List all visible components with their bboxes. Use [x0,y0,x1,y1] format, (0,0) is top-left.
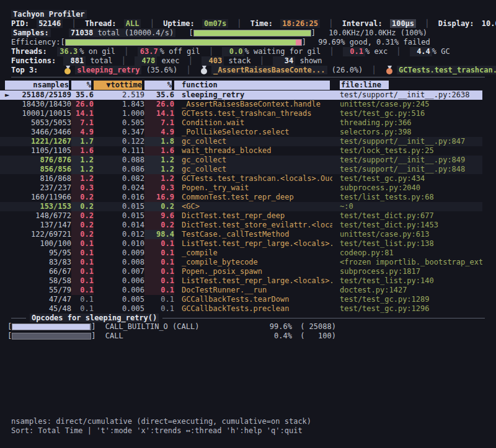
cell-percent-cumulative: 0.1 [144,258,174,267]
table-row[interactable]: 876/876 1.2 0.088 1.2 gc_collect test/su… [0,156,482,165]
opcode-row: [] CALL_BUILTIN_O (CALL) 99.6% ( 25088) [0,322,496,332]
off-gil-suffix: % off gil [160,47,200,56]
cell-percent-cumulative: 0.1 [144,295,174,304]
cell-function: <GC> [174,202,332,211]
cell-file-line: unittest/case.py:245 [332,100,482,109]
header-tottime-sorted[interactable]: ▼tottime [94,81,144,90]
cell-percent-direct: 0.1 [71,276,94,286]
cell-nsamples: 3466/3466 [14,128,71,137]
cell-percent-direct: 0.2 [71,202,94,211]
table-row[interactable]: 856/856 1.2 0.086 1.2 gc_collect test/su… [0,165,482,174]
cell-nsamples: 153/153 [14,202,71,211]
functions-stack-suffix: stack [228,56,250,65]
cell-function: GCTests.test_trashcan_threads [174,109,332,118]
table-row[interactable]: 3466/3466 4.9 0.347 4.9 _PollLikeSelecto… [0,128,482,137]
selection-arrow [5,258,14,267]
cell-file-line: <frozen importlib._bootstrap_externa [332,258,482,267]
cell-percent-direct: 1.7 [71,137,94,146]
header-file-line[interactable]: file:line [340,81,389,89]
table-row[interactable]: 45/48 0.1 0.005 0.1 GCCallbackTests.prec… [0,304,482,314]
bar-open-bracket: [ [60,38,64,46]
table-row[interactable]: 237/237 0.3 0.024 0.3 Popen._try_wait su… [0,183,482,193]
cell-percent-cumulative: 1.8 [144,137,174,146]
selection-arrow [5,193,14,202]
cell-function: gc_collect [174,137,332,146]
table-row[interactable]: 122/69721 0.2 0.012 98.4 TestCase._callT… [0,230,482,239]
header-file-line-cell[interactable]: file:line [332,81,482,90]
cell-function: _AssertRaisesBaseContext.handle [174,100,332,109]
table-row[interactable]: 47/47 0.1 0.005 0.1 GCCallbackTests.tear… [0,295,482,304]
cell-tottime: 0.122 [94,137,144,146]
cell-function: ListTest.test_repr_large.<locals>.c... [174,276,332,286]
table-row[interactable]: 1221/1267 1.7 0.122 1.8 gc_collect test/… [0,137,482,146]
table-row[interactable]: 137/147 0.2 0.014 0.2 DictTest.test_stor… [0,221,482,230]
selection-arrow [5,276,14,286]
table-row[interactable]: 5053/5053 7.1 0.505 7.1 Condition.wait t… [0,118,482,128]
cell-percent-cumulative: 1.6 [144,146,174,156]
separator: │ [329,19,333,28]
cell-percent-direct: 0.1 [71,258,94,267]
table-row[interactable]: 66/67 0.1 0.007 0.1 Popen._posix_spawn s… [0,267,482,276]
selection-arrow [5,146,14,156]
cell-nsamples: 18430/18430 [14,100,71,109]
cell-tottime: 0.014 [94,221,144,230]
cell-percent-direct: 0.2 [71,230,94,239]
table-row[interactable]: ► 25188/25189 35.6 2.519 35.6 sleeping_r… [0,90,482,100]
header-percent-direct[interactable]: % [71,81,94,90]
separator: │ [186,66,190,74]
cell-nsamples: 237/237 [14,183,71,193]
separator: │ [260,56,264,65]
table-row[interactable]: 95/95 0.1 0.009 0.1 _compile codeop.py:8… [0,248,482,258]
cell-function: GCCallbackTests.preclean [174,304,332,314]
display-value: 10.0Hz [482,19,496,28]
time-value: 18:26:25 [280,19,320,28]
header-nsamples[interactable]: nsamples [14,81,71,90]
threads-label: Threads: [11,47,53,56]
table-row[interactable]: 100/100 0.1 0.010 0.1 ListTest.test_repr… [0,239,482,248]
cell-function: Popen._try_wait [174,183,332,193]
cell-function: TestCase._callTestMethod [174,230,332,239]
tachyon-profiler-app: Tachyon Profiler PID: 52146 │ Thread: AL… [0,0,496,448]
table-row[interactable]: 1105/1105 1.6 0.111 1.6 wait_threads_blo… [0,146,482,156]
table-row[interactable]: 153/153 0.2 0.015 0.2 <GC> ~:0 [0,202,482,211]
table-row[interactable]: 83/83 0.1 0.008 0.1 _compile_bytecode <f… [0,258,482,267]
cell-file-line: test/support/__init__.py:849 [332,156,482,165]
cell-percent-cumulative: 0.1 [144,267,174,276]
separator: │ [72,19,76,28]
selection-arrow [5,128,14,137]
table-row[interactable]: 816/868 1.2 0.082 1.2 GCTests.test_trash… [0,174,482,183]
functions-shown-suffix: shown [299,56,322,65]
separator: │ [330,47,334,56]
functions-total: 881 [63,56,86,66]
cell-function: wait_threads_blocked [174,146,332,156]
cell-percent-direct: 0.1 [71,286,94,295]
cell-function: DictTest.test_repr_deep [174,211,332,221]
header-function[interactable]: function [174,81,332,90]
cell-percent-direct: 0.2 [71,221,94,230]
selection-arrow [5,202,14,211]
thread-label: Thread: [85,19,117,28]
header-percent-cumulative[interactable]: % [144,81,174,90]
table-row[interactable]: 10001/10015 14.1 1.000 14.1 GCTests.test… [0,109,482,118]
selection-arrow [5,304,14,314]
cell-file-line: test/test_dict.py:677 [332,211,482,221]
table-row[interactable]: 18430/18430 26.0 1.843 26.0 _AssertRaise… [0,100,482,109]
cell-nsamples: 100/100 [14,239,71,248]
cell-nsamples: 5053/5053 [14,118,71,128]
cell-function: DocTestRunner.__run [174,286,332,295]
top1-percent: (35.6%) [146,66,178,74]
silver-medal-icon [201,66,208,74]
cell-tottime: 0.024 [94,183,144,193]
table-row[interactable]: 148/6772 0.2 0.015 9.6 DictTest.test_rep… [0,211,482,221]
table-row[interactable]: 55/79 0.1 0.006 0.1 DocTestRunner.__run … [0,286,482,295]
selection-arrow [5,295,14,304]
opcode-bar-fill [12,324,90,330]
table-row[interactable]: 58/58 0.1 0.006 0.1 ListTest.test_repr_l… [0,276,482,286]
selection-arrow [5,239,14,248]
selection-arrow [5,267,14,276]
table-row[interactable]: 160/11966 0.2 0.016 16.9 CommonTest.test… [0,193,482,202]
thread-value[interactable]: ALL [124,19,141,28]
cell-file-line: test/support/__init__.py:848 [332,165,482,174]
cell-tottime: 0.010 [94,239,144,248]
separator: │ [209,47,213,56]
